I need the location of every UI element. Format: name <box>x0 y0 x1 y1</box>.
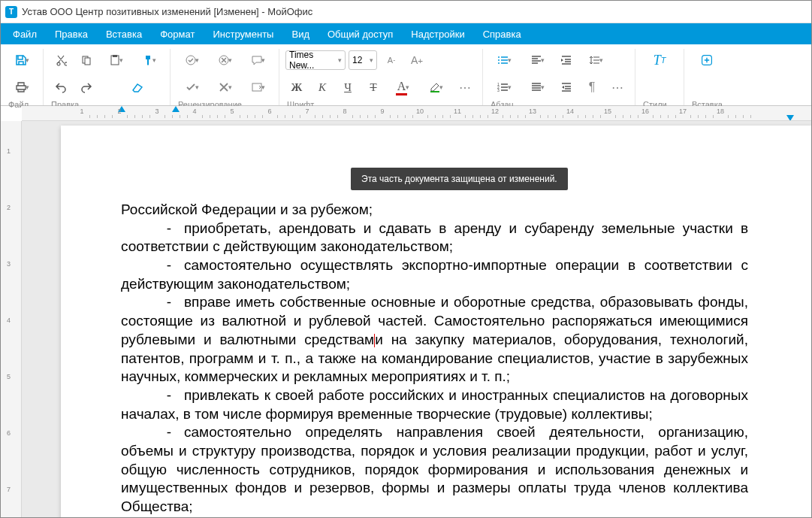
group-paragraph: ▾ ▾ ▾ 123▾ ▾ ¶ ⋯ Абзац <box>483 49 635 105</box>
svg-point-10 <box>498 62 500 64</box>
group-insert: Вставка <box>684 49 729 105</box>
doc-line: привлекать к своей работе российских и и… <box>121 387 748 422</box>
more-font-button[interactable]: ⋯ <box>454 77 476 98</box>
menu-addons[interactable]: Надстройки <box>402 26 473 43</box>
print-button[interactable]: ▾ <box>7 77 37 98</box>
copy-button[interactable] <box>75 50 98 71</box>
undo-icon <box>55 81 67 93</box>
ruler-number: 12 <box>491 108 499 115</box>
font-color-button[interactable]: A▾ <box>388 77 418 98</box>
indent-right-icon <box>560 54 572 66</box>
accept-button[interactable]: ▾ <box>177 77 207 98</box>
ruler-number: 5 <box>230 108 234 115</box>
chevron-down-icon: ▾ <box>508 83 512 91</box>
ruler-number: 13 <box>529 108 536 115</box>
reject-change-button[interactable]: ▾ <box>210 50 240 71</box>
horizontal-ruler[interactable]: 123456789101112131415161718 <box>22 106 811 121</box>
styles-button[interactable]: TT <box>641 50 678 71</box>
paste-button[interactable]: ▾ <box>101 50 131 71</box>
vertical-ruler[interactable]: 1234567 <box>1 121 22 517</box>
numbered-list-button[interactable]: 123▾ <box>489 77 519 98</box>
chevron-down-icon: ▾ <box>261 83 265 91</box>
ruler-number: 18 <box>717 108 724 115</box>
line-spacing-button[interactable]: ▾ <box>581 50 611 71</box>
doc-line: самостоятельно определять направления св… <box>121 424 748 514</box>
svg-rect-6 <box>252 83 261 91</box>
menu-file[interactable]: Файл <box>4 26 46 43</box>
redo-button[interactable] <box>75 77 98 98</box>
save-button[interactable]: ▾ <box>7 50 37 71</box>
highlight-button[interactable]: ▾ <box>421 77 451 98</box>
chevron-down-icon: ▾ <box>195 83 199 91</box>
ruler-number: 7 <box>7 486 11 493</box>
ruler-number: 10 <box>416 108 424 115</box>
ruler-number: 17 <box>679 108 687 115</box>
ruler-number: 15 <box>604 108 611 115</box>
ruler-number: 1 <box>80 108 83 115</box>
window-title: Устав ООО Центр позитивных изменений [Из… <box>22 6 312 17</box>
ruler-number: 3 <box>7 260 11 268</box>
ruler-number: 9 <box>380 108 384 115</box>
menu-insert[interactable]: Вставка <box>97 26 151 43</box>
bold-button[interactable]: Ж <box>285 77 308 98</box>
chevron-down-icon: ▾ <box>26 83 29 91</box>
ruler-number: 6 <box>267 108 271 115</box>
chevron-down-icon: ▾ <box>26 56 29 64</box>
chevron-down-icon: ▾ <box>228 56 232 64</box>
comment-button[interactable]: ▾ <box>243 50 273 71</box>
ruler-number: 5 <box>7 373 11 380</box>
menu-format[interactable]: Формат <box>151 26 204 43</box>
chevron-down-icon: ▾ <box>541 83 545 91</box>
protected-tooltip: Эта часть документа защищена от изменени… <box>351 168 568 190</box>
chevron-down-icon: ▾ <box>370 56 373 64</box>
align-button[interactable]: ▾ <box>522 50 552 71</box>
font-size-select[interactable]: 12▾ <box>349 50 377 70</box>
eraser-button[interactable] <box>126 77 149 98</box>
valign-button[interactable]: ▾ <box>522 77 552 98</box>
review-mode-button[interactable]: ▾ <box>243 77 273 98</box>
scissors-icon <box>55 54 67 66</box>
pilcrow-button[interactable]: ¶ <box>581 77 603 98</box>
shrink-font-button[interactable]: A- <box>380 50 403 71</box>
chevron-down-icon: ▾ <box>338 56 342 64</box>
undo-button[interactable] <box>50 77 72 98</box>
menu-bar: Файл Правка Вставка Формат Инструменты В… <box>1 23 811 44</box>
track-changes-button[interactable]: ▾ <box>177 50 207 71</box>
menu-view[interactable]: Вид <box>282 26 318 43</box>
redo-icon <box>80 81 92 93</box>
menu-help[interactable]: Справка <box>474 26 530 43</box>
bullet-list-button[interactable]: ▾ <box>489 50 519 71</box>
format-painter-button[interactable]: ▾ <box>134 50 164 71</box>
strike-button[interactable]: T <box>362 77 385 98</box>
ruler-number: 8 <box>343 108 346 115</box>
chevron-down-icon: ▾ <box>439 83 443 91</box>
underline-button[interactable]: Ч <box>337 77 359 98</box>
reject-button[interactable]: ▾ <box>210 77 240 98</box>
group-file: ▾ ▾ Файл <box>1 49 44 105</box>
font-family-select[interactable]: Times New...▾ <box>285 50 346 70</box>
menu-tools[interactable]: Инструменты <box>204 26 282 43</box>
ruler-number: 11 <box>454 108 461 115</box>
menu-share[interactable]: Общий доступ <box>318 26 402 43</box>
chevron-down-icon: ▾ <box>195 56 199 64</box>
decrease-indent-button[interactable] <box>555 77 578 98</box>
document-body[interactable]: Российской Федерации и за рубежом; приоб… <box>121 201 748 517</box>
doc-line: приобретать, арендовать и сдавать в арен… <box>121 220 748 255</box>
svg-point-8 <box>498 56 500 58</box>
chevron-down-icon: ▾ <box>541 56 545 64</box>
ruler-number: 4 <box>192 108 196 115</box>
menu-edit[interactable]: Правка <box>46 26 97 43</box>
insert-button[interactable] <box>690 50 723 71</box>
chevron-down-icon: ▾ <box>119 56 123 64</box>
grow-font-button[interactable]: A+ <box>406 50 428 71</box>
right-indent-marker[interactable] <box>786 115 794 121</box>
more-paragraph-button[interactable]: ⋯ <box>606 77 629 98</box>
ruler-number: 14 <box>566 108 574 115</box>
cut-button[interactable] <box>50 50 72 71</box>
first-line-marker[interactable] <box>172 106 180 112</box>
chevron-down-icon: ▾ <box>599 56 603 64</box>
italic-button[interactable]: К <box>311 77 334 98</box>
doc-line: Российской Федерации и за рубежом; <box>121 201 373 217</box>
increase-indent-button[interactable] <box>555 50 578 71</box>
chevron-down-icon: ▾ <box>406 83 409 91</box>
